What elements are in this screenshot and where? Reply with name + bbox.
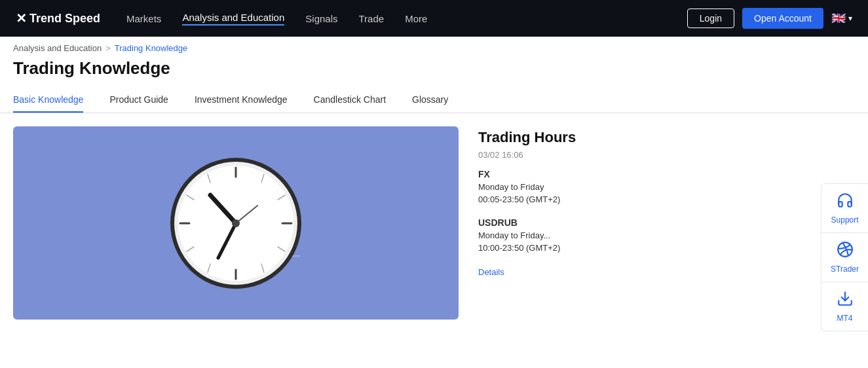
side-tool-strader[interactable]: STrader	[821, 233, 868, 282]
svg-point-23	[232, 219, 240, 227]
language-selector[interactable]: 🇬🇧 ▾	[831, 11, 852, 26]
tab-product-guide[interactable]: Product Guide	[109, 88, 168, 113]
nav-analysis-education[interactable]: Analysis and Education	[182, 12, 284, 26]
section-usdrub-schedule: Monday to Friday...	[478, 230, 855, 240]
side-tool-support-label: Support	[831, 215, 859, 225]
login-button[interactable]: Login	[687, 9, 734, 28]
article-info: Trading Hours 03/02 16:06 FX Monday to F…	[478, 126, 855, 320]
side-tool-strader-label: STrader	[831, 265, 859, 274]
section-spacer-2	[478, 255, 855, 266]
clock-illustration	[160, 148, 311, 299]
tab-investment-knowledge[interactable]: Investment Knowledge	[195, 88, 288, 113]
section-usdrub-label: USDRUB	[478, 217, 855, 228]
details-link[interactable]: Details	[478, 267, 504, 277]
flag-icon: 🇬🇧	[831, 11, 846, 26]
nav-more[interactable]: More	[405, 13, 427, 24]
breadcrumb: Analysis and Education > Trading Knowled…	[0, 37, 868, 56]
section-usdrub-hours: 10:00-23:50 (GMT+2)	[478, 243, 855, 253]
brand-x-mark: ✕	[16, 10, 27, 26]
breadcrumb-parent[interactable]: Analysis and Education	[13, 43, 102, 53]
article-image	[13, 126, 459, 320]
nav-signals[interactable]: Signals	[305, 13, 337, 24]
open-account-button[interactable]: Open Account	[742, 8, 823, 29]
nav-actions: Login Open Account 🇬🇧 ▾	[687, 8, 852, 29]
navbar: ✕ Trend Speed Markets Analysis and Educa…	[0, 0, 868, 37]
nav-markets[interactable]: Markets	[126, 13, 161, 24]
section-fx-schedule: Monday to Friday	[478, 182, 855, 192]
side-tool-support[interactable]: Support	[821, 184, 868, 233]
brand-logo[interactable]: ✕ Trend Speed	[16, 10, 100, 26]
article-title: Trading Hours	[478, 129, 855, 146]
tab-basic-knowledge[interactable]: Basic Knowledge	[13, 88, 83, 113]
chevron-down-icon: ▾	[848, 14, 852, 23]
tab-glossary[interactable]: Glossary	[412, 88, 448, 113]
nav-links: Markets Analysis and Education Signals T…	[126, 12, 687, 26]
breadcrumb-separator: >	[105, 43, 111, 53]
article-date: 03/02 16:06	[478, 150, 855, 160]
side-tool-mt4-label: MT4	[837, 314, 853, 323]
page-title: Trading Knowledge	[0, 56, 868, 88]
section-spacer	[478, 207, 855, 217]
side-tools: Support STrader MT4	[821, 183, 868, 331]
side-tool-mt4[interactable]: MT4	[821, 282, 868, 331]
mt4-icon	[837, 290, 854, 311]
main-content: Trading Hours 03/02 16:06 FX Monday to F…	[0, 113, 868, 333]
tabs-bar: Basic Knowledge Product Guide Investment…	[0, 88, 868, 113]
nav-trade[interactable]: Trade	[359, 13, 385, 24]
section-fx-hours: 00:05-23:50 (GMT+2)	[478, 194, 855, 204]
breadcrumb-current: Trading Knowledge	[115, 43, 188, 53]
brand-name: Trend Speed	[29, 12, 100, 26]
headphones-icon	[837, 192, 854, 213]
strader-icon	[837, 241, 854, 262]
section-fx-label: FX	[478, 169, 855, 179]
tab-candlestick-chart[interactable]: Candlestick Chart	[314, 88, 387, 113]
